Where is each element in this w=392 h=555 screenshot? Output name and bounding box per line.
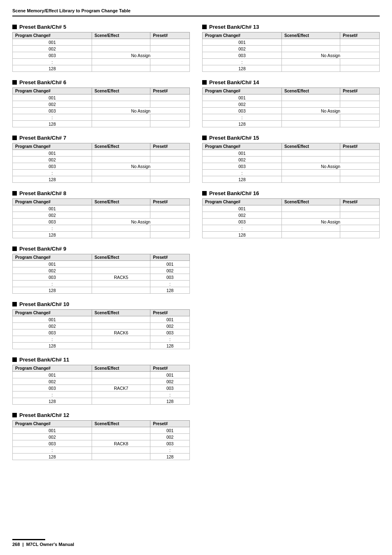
table-row: 128	[203, 121, 380, 127]
col-program: Program Change#	[203, 32, 282, 39]
table-row: 002	[13, 212, 190, 219]
table-row: 128	[13, 121, 190, 127]
col-scene: Scene/Effect	[92, 254, 150, 261]
table-row: ::	[13, 447, 190, 454]
col-preset: Preset#	[340, 143, 380, 150]
col-preset: Preset#	[150, 365, 190, 372]
table-row: 003RACK7003	[13, 385, 190, 391]
table-row: 001	[203, 39, 380, 46]
square-icon	[202, 80, 207, 85]
col-preset: Preset#	[150, 310, 190, 316]
col-program: Program Change#	[13, 421, 92, 427]
col-scene: Scene/Effect	[92, 88, 150, 94]
table-row: 001	[203, 150, 380, 157]
section-title-9: Preset Bank/Ch# 9	[12, 246, 190, 252]
section-title-10: Preset Bank/Ch# 10	[12, 301, 190, 307]
table-row: :	[13, 59, 190, 65]
table-row: 001	[13, 150, 190, 157]
square-icon	[202, 25, 207, 29]
section-preset-7: Preset Bank/Ch# 7 Program Change# Scene/…	[12, 135, 190, 183]
table-row: 001001	[13, 316, 190, 323]
square-icon	[12, 136, 17, 140]
table-row: 002	[13, 46, 190, 52]
table-row: :	[203, 170, 380, 176]
section-preset-12: Preset Bank/Ch# 12 Program Change# Scene…	[12, 412, 190, 460]
square-icon	[12, 246, 17, 251]
col-preset: Preset#	[150, 421, 190, 427]
table-row: 003RACK5003	[13, 274, 190, 281]
manual-title: M7CL Owner's Manual	[26, 542, 74, 547]
col-preset: Preset#	[340, 32, 380, 39]
table-preset-14: Program Change# Scene/Effect Preset# 001…	[202, 88, 380, 127]
table-row: ::	[13, 391, 190, 398]
section-preset-16: Preset Bank/Ch# 16 Program Change# Scene…	[202, 190, 380, 238]
col-program: Program Change#	[13, 88, 92, 94]
section-title-8: Preset Bank/Ch# 8	[12, 190, 190, 196]
table-row: 001001	[13, 372, 190, 378]
col-scene: Scene/Effect	[282, 143, 340, 150]
table-preset-6: Program Change# Scene/Effect Preset# 001…	[12, 88, 190, 127]
table-row: :	[203, 225, 380, 232]
footer-divider	[12, 539, 45, 540]
table-row: 003No Assign	[13, 219, 190, 225]
col-program: Program Change#	[13, 310, 92, 316]
page-number: 268	[12, 542, 20, 547]
col-preset: Preset#	[150, 143, 190, 150]
col-scene: Scene/Effect	[282, 199, 340, 205]
table-row: 002002	[13, 434, 190, 440]
table-row: 128	[13, 176, 190, 183]
table-row: ::	[13, 281, 190, 287]
section-preset-6: Preset Bank/Ch# 6 Program Change# Scene/…	[12, 79, 190, 127]
table-row: 003No Assign	[203, 163, 380, 170]
table-row: :	[203, 59, 380, 65]
col-preset: Preset#	[150, 88, 190, 94]
page-title: Scene Memory/Effect Library to Program C…	[12, 8, 131, 13]
table-row: 002	[203, 157, 380, 163]
table-row: 001001	[13, 261, 190, 267]
left-column: Preset Bank/Ch# 5 Program Change# Scene/…	[12, 24, 190, 467]
col-scene: Scene/Effect	[282, 32, 340, 39]
col-preset: Preset#	[340, 88, 380, 94]
section-title-13: Preset Bank/Ch# 13	[202, 24, 380, 30]
table-preset-13: Program Change# Scene/Effect Preset# 001…	[202, 32, 380, 72]
table-row: 128128	[13, 398, 190, 405]
section-title-16: Preset Bank/Ch# 16	[202, 190, 380, 196]
col-program: Program Change#	[203, 199, 282, 205]
table-row: 002	[203, 46, 380, 52]
section-preset-13: Preset Bank/Ch# 13 Program Change# Scene…	[202, 24, 380, 72]
col-scene: Scene/Effect	[92, 421, 150, 427]
table-row: :	[13, 114, 190, 121]
table-preset-7: Program Change# Scene/Effect Preset# 001…	[12, 143, 190, 183]
table-preset-8: Program Change# Scene/Effect Preset# 001…	[12, 198, 190, 238]
col-preset: Preset#	[150, 32, 190, 39]
table-row: 002	[203, 101, 380, 108]
table-row: 002	[203, 212, 380, 219]
col-preset: Preset#	[340, 199, 380, 205]
table-row: 003RACK8003	[13, 440, 190, 447]
table-preset-5: Program Change# Scene/Effect Preset# 001…	[12, 32, 190, 72]
table-row: 128	[13, 232, 190, 238]
table-row: 128128	[13, 287, 190, 294]
table-row: 001	[203, 205, 380, 212]
table-row: 003RACK6003	[13, 329, 190, 336]
table-row: 003No Assign	[203, 108, 380, 114]
right-column: Preset Bank/Ch# 13 Program Change# Scene…	[202, 24, 380, 467]
col-scene: Scene/Effect	[92, 310, 150, 316]
section-title-15: Preset Bank/Ch# 15	[202, 135, 380, 141]
col-scene: Scene/Effect	[92, 143, 150, 150]
col-preset: Preset#	[150, 254, 190, 261]
col-scene: Scene/Effect	[282, 88, 340, 94]
col-scene: Scene/Effect	[92, 32, 150, 39]
table-row: :	[13, 170, 190, 176]
table-preset-11: Program Change# Scene/Effect Preset# 001…	[12, 365, 190, 405]
section-preset-9: Preset Bank/Ch# 9 Program Change# Scene/…	[12, 246, 190, 294]
page-footer: 268 | M7CL Owner's Manual	[12, 539, 74, 547]
page-header: Scene Memory/Effect Library to Program C…	[12, 8, 380, 16]
col-scene: Scene/Effect	[92, 365, 150, 372]
section-preset-5: Preset Bank/Ch# 5 Program Change# Scene/…	[12, 24, 190, 72]
col-program: Program Change#	[13, 143, 92, 150]
section-title-7: Preset Bank/Ch# 7	[12, 135, 190, 141]
section-preset-8: Preset Bank/Ch# 8 Program Change# Scene/…	[12, 190, 190, 238]
table-row: 128128	[13, 343, 190, 349]
table-row: 002002	[13, 323, 190, 329]
